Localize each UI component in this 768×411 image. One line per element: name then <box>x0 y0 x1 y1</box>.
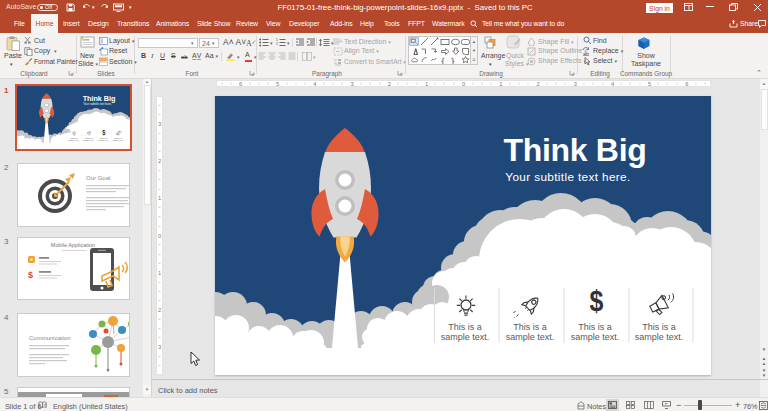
svg-text:1: 1 <box>158 270 161 276</box>
svg-text:$: $ <box>28 270 33 280</box>
svg-text:2: 2 <box>387 81 390 87</box>
svg-text:Mobile Application: Mobile Application <box>51 242 95 248</box>
svg-text:3: 3 <box>158 121 161 127</box>
svg-text:4: 4 <box>313 81 317 87</box>
svg-text:2: 2 <box>158 307 161 313</box>
svg-text:1: 1 <box>158 195 161 201</box>
svg-text:6: 6 <box>238 81 241 87</box>
svg-text:1: 1 <box>424 81 427 87</box>
svg-text:3: 3 <box>350 81 353 87</box>
svg-text:5: 5 <box>276 81 279 87</box>
svg-text:3: 3 <box>573 81 576 87</box>
svg-text:0: 0 <box>158 233 161 239</box>
svg-text:3: 3 <box>158 344 161 350</box>
svg-text:1: 1 <box>499 81 502 87</box>
svg-text:2: 2 <box>536 81 539 87</box>
svg-text:6: 6 <box>685 81 688 87</box>
svg-text:4: 4 <box>610 81 614 87</box>
svg-text:Communication: Communication <box>29 335 71 341</box>
svg-text:2: 2 <box>158 158 161 164</box>
svg-text:5: 5 <box>648 81 651 87</box>
svg-text:Our Goal: Our Goal <box>86 175 110 181</box>
svg-text:0: 0 <box>461 81 464 87</box>
